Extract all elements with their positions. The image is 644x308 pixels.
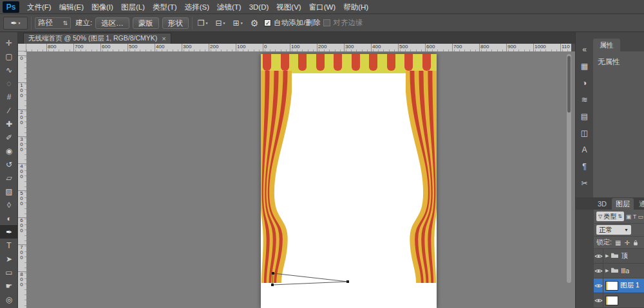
tool-preset-button[interactable]: ✒ ▾ xyxy=(3,17,28,30)
visibility-eye-icon[interactable] xyxy=(594,278,603,293)
menu-filter[interactable]: 滤镜(T) xyxy=(213,0,245,14)
menu-view[interactable]: 视图(V) xyxy=(272,0,305,14)
path-alignment-icon[interactable]: ⊟▾ xyxy=(213,17,227,30)
ruler-label: 400 xyxy=(19,164,24,179)
eyedropper-tool[interactable]: ∕ xyxy=(0,104,18,117)
clone-stamp-tool[interactable]: ◉ xyxy=(0,144,18,158)
type-tool[interactable]: T xyxy=(0,239,18,252)
tab-properties[interactable]: 属性 xyxy=(593,39,620,51)
ruler-label: 800 xyxy=(19,272,24,287)
ruler-label: 100 xyxy=(237,44,250,50)
swatches-panel-icon[interactable]: ▦ xyxy=(576,58,593,75)
make-selection-button[interactable]: 选区… xyxy=(95,17,129,29)
pen-tool[interactable]: ✒ xyxy=(0,225,18,239)
menu-edit[interactable]: 编辑(E) xyxy=(55,0,88,14)
layer-thumbnail[interactable] xyxy=(605,281,618,291)
close-tab-icon[interactable]: × xyxy=(162,35,166,42)
shape-tool[interactable]: ▭ xyxy=(0,266,18,279)
menu-window[interactable]: 窗口(W) xyxy=(305,0,340,14)
scrollbar-thumb[interactable] xyxy=(567,56,571,113)
blur-tool[interactable]: ◊ xyxy=(0,198,18,212)
divider xyxy=(192,17,193,30)
tab-3d[interactable]: 3D xyxy=(594,198,611,210)
layer-group-row[interactable]: ▶llla xyxy=(594,264,644,278)
ruler-tick xyxy=(533,44,534,51)
path-operations-icon[interactable]: ❐▾ xyxy=(196,17,210,30)
visibility-eye-icon[interactable] xyxy=(594,293,603,308)
filter-type-icons[interactable]: ▣ T ▭ xyxy=(626,213,643,220)
gear-icon[interactable]: ⚙ xyxy=(248,18,261,28)
ruler-corner xyxy=(18,44,26,51)
path-arrangement-icon[interactable]: ⊞▾ xyxy=(231,17,245,30)
zoom-tool[interactable]: ◎ xyxy=(0,293,18,306)
menu-select[interactable]: 选择(S) xyxy=(181,0,213,14)
collapse-dock-icon[interactable]: « xyxy=(576,41,593,58)
move-tool[interactable]: ✛ xyxy=(0,36,18,50)
canvas-area[interactable] xyxy=(26,51,575,308)
blend-mode-select[interactable]: 正常 ▼ xyxy=(596,225,631,235)
align-edges-checkbox[interactable]: 对齐边缘 xyxy=(323,18,363,28)
crop-tool[interactable]: # xyxy=(0,90,18,104)
healing-brush-tool[interactable]: ✚ xyxy=(0,117,18,131)
document-tab[interactable]: 无线端首页 @ 50% (图层 1, RGB/8/CMYK) × xyxy=(23,33,171,44)
valance-stripe xyxy=(352,54,360,71)
layers-panel: 3D图层通道 ▽ 类型 ⇅ ▣ T ▭ 正常 ▼ xyxy=(576,197,644,308)
gradient-tool[interactable]: ▨ xyxy=(0,185,18,198)
marquee-tool[interactable]: ▢ xyxy=(0,50,18,63)
properties-group: «▦◑≋▤◫A¶✂ 属性 无属性 xyxy=(576,32,644,197)
layer-thumbnail[interactable] xyxy=(605,296,618,305)
visibility-eye-icon[interactable] xyxy=(594,249,603,264)
histogram-panel-icon[interactable]: ▤ xyxy=(576,108,593,125)
menu-help[interactable]: 帮助(H) xyxy=(339,0,372,14)
ruler-label: 200 xyxy=(318,44,331,50)
lock-all-icon[interactable] xyxy=(633,239,638,246)
vertical-scrollbar[interactable] xyxy=(567,54,571,283)
quick-selection-tool[interactable]: ◌ xyxy=(0,77,18,90)
lock-position-icon[interactable]: ✛ xyxy=(624,239,629,246)
menu-layer[interactable]: 图层(L) xyxy=(117,0,149,14)
ruler-label: 0 xyxy=(264,44,277,50)
ruler-tick xyxy=(236,44,236,51)
menu-image[interactable]: 图像(I) xyxy=(88,0,117,14)
character-panel-icon[interactable]: A xyxy=(576,141,593,158)
menu-type[interactable]: 类型(T) xyxy=(149,0,181,14)
lock-transparency-icon[interactable]: ▦ xyxy=(615,239,621,246)
adjustments-panel-icon[interactable]: ◑ xyxy=(576,75,593,91)
menu-3d[interactable]: 3D(D) xyxy=(245,0,273,14)
lasso-tool[interactable]: ∿ xyxy=(0,63,18,77)
ruler-label: 0 xyxy=(19,56,24,61)
brush-tool[interactable]: ✐ xyxy=(0,131,18,144)
menu-file[interactable]: 文件(F) xyxy=(23,0,55,14)
layer-group-row[interactable]: ▶顶 xyxy=(594,249,644,264)
hand-tool[interactable]: ☛ xyxy=(0,279,18,293)
path-mode-select[interactable]: 路径 ⇅ xyxy=(35,17,71,29)
make-mask-button[interactable]: 蒙版 xyxy=(133,17,159,29)
dodge-tool[interactable]: ◐ xyxy=(0,212,18,225)
tab-layers[interactable]: 图层 xyxy=(612,198,634,210)
ruler-tick xyxy=(479,44,480,51)
ruler-label: 700 xyxy=(75,44,88,50)
info-panel-icon[interactable]: ◫ xyxy=(576,125,593,141)
ruler-label: 600 xyxy=(426,44,439,50)
expand-group-icon[interactable]: ▶ xyxy=(605,268,609,273)
path-selection-tool[interactable]: ➤ xyxy=(0,252,18,266)
eraser-tool[interactable]: ▱ xyxy=(0,171,18,185)
styles-panel-icon[interactable]: ≋ xyxy=(576,91,593,108)
layer-row[interactable]: 图层 1 xyxy=(594,278,644,293)
visibility-eye-icon[interactable] xyxy=(594,264,603,278)
ruler-tick xyxy=(290,44,290,51)
make-shape-button[interactable]: 形状 xyxy=(162,17,189,29)
expand-group-icon[interactable]: ▶ xyxy=(605,253,609,258)
path-op-buttons: ❐▾⊟▾⊞▾ xyxy=(196,17,245,30)
auto-add-remove-checkbox[interactable]: ✓ 自动添加/删除 xyxy=(264,18,320,28)
history-brush-tool[interactable]: ↺ xyxy=(0,158,18,171)
blend-mode-row: 正常 ▼ xyxy=(594,224,644,237)
ruler-tick xyxy=(182,44,182,51)
document-canvas[interactable] xyxy=(261,54,437,308)
valance-stripe xyxy=(334,54,342,71)
paragraph-panel-icon[interactable]: ¶ xyxy=(576,158,593,175)
slice-panel-icon[interactable]: ✂ xyxy=(576,175,593,192)
tab-channels[interactable]: 通道 xyxy=(635,198,644,210)
layer-row[interactable] xyxy=(594,293,644,308)
layer-filter-select[interactable]: ▽ 类型 ⇅ xyxy=(596,212,624,221)
